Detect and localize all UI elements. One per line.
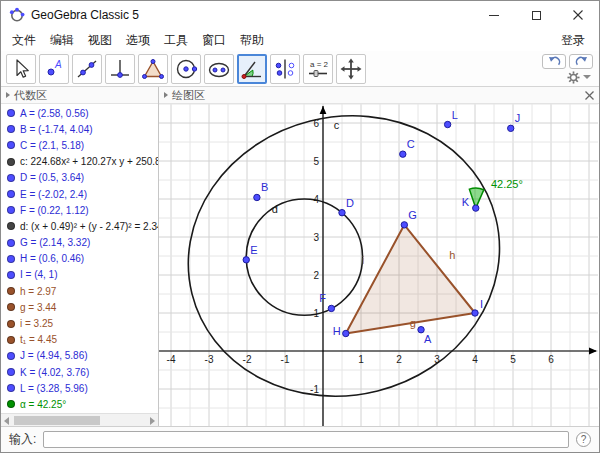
algebra-item[interactable]: D = (0.5, 3.64) [1, 170, 158, 186]
visibility-marble[interactable] [7, 190, 15, 198]
algebra-item[interactable]: α = 42.25° [1, 396, 158, 412]
algebra-item[interactable]: d: (x + 0.49)² + (y - 2.47)² = 2.34 [1, 218, 158, 234]
visibility-marble[interactable] [7, 141, 15, 149]
visibility-marble[interactable] [7, 368, 15, 376]
line-tool[interactable] [72, 54, 102, 84]
graphics-view: 绘图区 -4-3-2-1123456-1123456cdhgi42.25°ABC… [159, 87, 599, 426]
chevron-down-icon[interactable] [583, 75, 591, 79]
point-I[interactable] [472, 310, 478, 316]
svg-text:4: 4 [313, 194, 319, 205]
visibility-marble[interactable] [7, 287, 15, 295]
algebra-item-label: α = 42.25° [20, 399, 66, 410]
algebra-item[interactable]: H = (0.6, 0.46) [1, 251, 158, 267]
algebra-item[interactable]: h = 2.97 [1, 283, 158, 299]
slider-tool[interactable]: a = 2 [303, 54, 333, 84]
visibility-marble[interactable] [7, 336, 15, 344]
visibility-marble[interactable] [7, 158, 15, 166]
algebra-item[interactable]: E = (-2.02, 2.4) [1, 186, 158, 202]
algebra-item-label: d: (x + 0.49)² + (y - 2.47)² = 2.34 [20, 221, 158, 232]
algebra-item[interactable]: K = (4.02, 3.76) [1, 364, 158, 380]
maximize-button[interactable] [515, 1, 557, 29]
visibility-marble[interactable] [7, 303, 15, 311]
visibility-marble[interactable] [7, 384, 15, 392]
login-button[interactable]: 登录 [561, 32, 599, 49]
algebra-item[interactable]: i = 3.25 [1, 315, 158, 331]
move-graphics-tool[interactable] [336, 54, 366, 84]
close-button[interactable] [557, 1, 599, 29]
point-C[interactable] [400, 151, 406, 157]
visibility-marble[interactable] [7, 255, 15, 263]
graphics-close-button[interactable] [585, 91, 594, 100]
algebra-item[interactable]: G = (2.14, 3.32) [1, 235, 158, 251]
point-label-J: J [515, 112, 521, 124]
point-E[interactable] [243, 257, 249, 263]
algebra-item[interactable]: C = (2.1, 5.18) [1, 137, 158, 153]
visibility-marble[interactable] [7, 271, 15, 279]
angle-marker-alpha[interactable]: 42.25° [469, 178, 523, 209]
conic-c[interactable]: c [159, 104, 529, 426]
visibility-marble[interactable] [7, 320, 15, 328]
settings-gear-icon[interactable] [567, 71, 580, 84]
point-K[interactable] [473, 205, 479, 211]
collapse-triangle-icon[interactable] [6, 92, 10, 98]
point-G[interactable] [401, 222, 407, 228]
input-bar: 输入: ? [1, 426, 599, 452]
conic-c-label: c [334, 119, 340, 131]
algebra-item[interactable]: B = (-1.74, 4.04) [1, 121, 158, 137]
graphics-canvas[interactable]: -4-3-2-1123456-1123456cdhgi42.25°ABCDEFG… [159, 104, 599, 426]
point-H[interactable] [343, 330, 349, 336]
algebra-item[interactable]: A = (2.58, 0.56) [1, 105, 158, 121]
algebra-item[interactable]: F = (0.22, 1.12) [1, 202, 158, 218]
help-button[interactable]: ? [576, 432, 591, 447]
point-label-A: A [424, 333, 432, 345]
scroll-left-arrow-icon[interactable] [4, 417, 9, 425]
point-F[interactable] [328, 305, 334, 311]
algebra-horizontal-scrollbar[interactable] [1, 413, 158, 426]
visibility-marble[interactable] [7, 125, 15, 133]
menu-item-窗口[interactable]: 窗口 [195, 32, 233, 49]
point-label-G: G [408, 209, 417, 221]
menu-item-选项[interactable]: 选项 [119, 32, 157, 49]
menu-item-视图[interactable]: 视图 [81, 32, 119, 49]
menu-item-帮助[interactable]: 帮助 [233, 32, 271, 49]
algebra-item[interactable]: I = (4, 1) [1, 267, 158, 283]
point-B[interactable] [254, 194, 260, 200]
minimize-button[interactable] [473, 1, 515, 29]
polygon-tool[interactable] [138, 54, 168, 84]
scrollbar-thumb[interactable] [14, 416, 100, 425]
algebra-item-label: t₁ = 4.45 [20, 334, 57, 345]
point-tool[interactable]: A [39, 54, 69, 84]
undo-button[interactable] [542, 54, 566, 69]
visibility-marble[interactable] [7, 400, 15, 408]
point-label-E: E [250, 244, 257, 256]
visibility-marble[interactable] [7, 352, 15, 360]
algebra-item[interactable]: L = (3.28, 5.96) [1, 380, 158, 396]
menu-item-文件[interactable]: 文件 [5, 32, 43, 49]
ellipse-tool[interactable] [204, 54, 234, 84]
scroll-right-arrow-icon[interactable] [150, 417, 155, 425]
visibility-marble[interactable] [7, 174, 15, 182]
circle-tool[interactable] [171, 54, 201, 84]
menu-item-编辑[interactable]: 编辑 [43, 32, 81, 49]
visibility-marble[interactable] [7, 239, 15, 247]
perpendicular-line-tool[interactable] [105, 54, 135, 84]
algebra-item[interactable]: J = (4.94, 5.86) [1, 348, 158, 364]
point-D[interactable] [339, 209, 345, 215]
redo-button[interactable] [569, 54, 593, 69]
point-J[interactable] [508, 125, 514, 131]
angle-tool[interactable] [237, 54, 267, 84]
algebra-item[interactable]: t₁ = 4.45 [1, 332, 158, 348]
point-label-D: D [346, 197, 354, 209]
algebra-item[interactable]: g = 3.44 [1, 299, 158, 315]
move-tool[interactable] [6, 54, 36, 84]
svg-text:5: 5 [313, 156, 319, 167]
menu-item-工具[interactable]: 工具 [157, 32, 195, 49]
visibility-marble[interactable] [7, 222, 15, 230]
visibility-marble[interactable] [7, 109, 15, 117]
algebra-item[interactable]: c: 224.68x² + 120.27x y + 250.8 [1, 154, 158, 170]
visibility-marble[interactable] [7, 206, 15, 214]
reflect-tool[interactable] [270, 54, 300, 84]
collapse-triangle-icon[interactable] [164, 92, 168, 98]
point-L[interactable] [444, 121, 450, 127]
command-input[interactable] [43, 431, 569, 448]
